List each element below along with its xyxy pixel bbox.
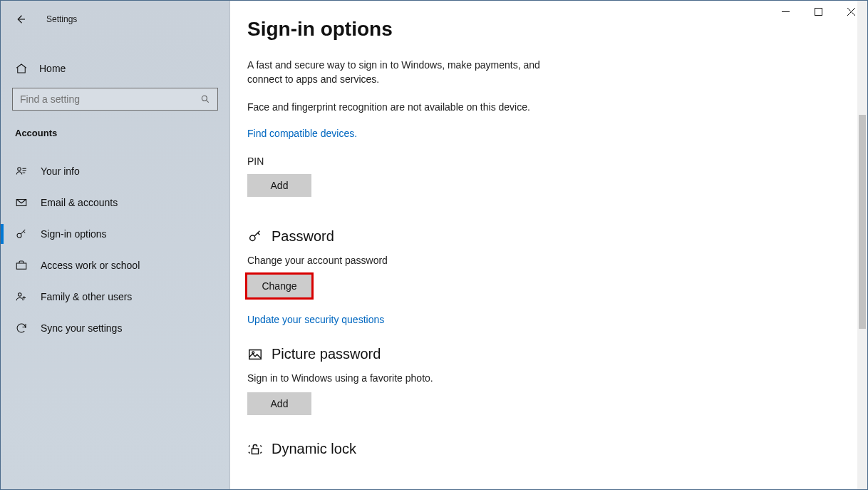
- picture-section-head: Picture password: [247, 346, 658, 362]
- picture-add-button[interactable]: Add: [247, 392, 311, 415]
- maximize-icon: [815, 8, 822, 16]
- briefcase-icon: [15, 259, 28, 272]
- svg-rect-10: [252, 449, 258, 454]
- sidebar: Settings Home Accounts Your info: [1, 1, 230, 489]
- sync-icon: [15, 322, 28, 335]
- home-nav[interactable]: Home: [1, 53, 229, 81]
- password-change-button[interactable]: Change: [247, 275, 311, 297]
- picture-title: Picture password: [272, 346, 381, 362]
- nav-family-users[interactable]: Family & other users: [1, 281, 229, 312]
- nav-label: Your info: [41, 165, 80, 177]
- svg-point-3: [17, 233, 21, 238]
- nav-label: Sync your settings: [41, 322, 122, 334]
- svg-rect-8: [249, 349, 262, 359]
- settings-window: Settings Home Accounts Your info: [0, 0, 868, 490]
- picture-icon: [247, 347, 263, 362]
- people-icon: [15, 290, 28, 303]
- find-devices-link[interactable]: Find compatible devices.: [247, 128, 357, 139]
- mail-icon: [15, 196, 28, 209]
- dynamic-title: Dynamic lock: [272, 441, 356, 457]
- person-card-icon: [15, 165, 28, 178]
- content-area: Sign-in options A fast and secure way to…: [230, 1, 867, 489]
- back-button[interactable]: [12, 11, 29, 28]
- svg-point-0: [202, 96, 207, 101]
- svg-point-5: [19, 293, 22, 297]
- nav-label: Family & other users: [41, 291, 132, 302]
- svg-point-1: [18, 168, 21, 171]
- update-security-questions-link[interactable]: Update your security questions: [247, 314, 384, 325]
- minimize-icon: [782, 8, 790, 16]
- category-title: Accounts: [1, 115, 229, 144]
- nav-list: Your info Email & accounts Sign-in optio…: [1, 155, 229, 344]
- nav-your-info[interactable]: Your info: [1, 155, 229, 187]
- nav-label: Access work or school: [41, 260, 140, 271]
- password-title: Password: [272, 228, 334, 245]
- password-desc: Change your account password: [247, 253, 547, 267]
- close-icon: [847, 8, 855, 16]
- key-icon: [15, 228, 28, 240]
- search-input[interactable]: [20, 93, 200, 105]
- nav-label: Email & accounts: [41, 197, 118, 208]
- nav-signin-options[interactable]: Sign-in options: [1, 218, 229, 250]
- search-box[interactable]: [12, 88, 218, 111]
- svg-rect-6: [815, 8, 822, 15]
- app-title: Settings: [46, 14, 77, 24]
- search-wrap: [1, 81, 229, 115]
- pin-add-button[interactable]: Add: [247, 174, 311, 197]
- maximize-button[interactable]: [802, 1, 835, 22]
- svg-point-7: [250, 235, 255, 240]
- minimize-button[interactable]: [769, 1, 802, 22]
- home-label: Home: [39, 63, 66, 74]
- page-title: Sign-in options: [247, 18, 658, 41]
- arrow-left-icon: [14, 13, 27, 26]
- svg-point-9: [252, 352, 254, 354]
- window-controls: [769, 1, 867, 22]
- main-column: Sign-in options A fast and secure way to…: [230, 1, 658, 489]
- nav-email-accounts[interactable]: Email & accounts: [1, 187, 229, 218]
- nav-access-work-school[interactable]: Access work or school: [1, 250, 229, 281]
- scrollbar-thumb[interactable]: [859, 115, 866, 329]
- home-icon: [15, 62, 28, 75]
- picture-desc: Sign in to Windows using a favorite phot…: [247, 371, 547, 385]
- key-icon: [247, 228, 263, 244]
- intro-text: A fast and secure way to sign in to Wind…: [247, 58, 547, 87]
- search-icon: [200, 94, 210, 104]
- availability-text: Face and fingerprint recognition are not…: [247, 100, 547, 114]
- nav-label: Sign-in options: [41, 228, 107, 240]
- scrollbar-track[interactable]: [857, 1, 867, 489]
- pin-label: PIN: [247, 155, 658, 167]
- password-section-head: Password: [247, 228, 658, 245]
- sidebar-top: Settings: [1, 6, 229, 32]
- svg-rect-4: [16, 263, 26, 269]
- nav-sync-settings[interactable]: Sync your settings: [1, 312, 229, 344]
- dynamic-lock-icon: [247, 441, 263, 457]
- dynamic-section-head: Dynamic lock: [247, 441, 658, 457]
